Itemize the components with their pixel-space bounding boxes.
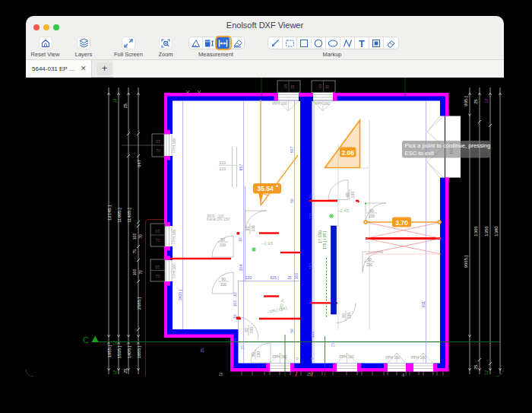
svg-text:615.]: 615.] [270, 275, 279, 280]
svg-text:25.: 25. [233, 338, 237, 343]
svg-text:304: 304 [239, 265, 243, 272]
svg-text:100: 100 [132, 269, 137, 276]
svg-text:90: 90 [221, 278, 226, 281]
svg-text:12145.]: 12145.] [107, 205, 112, 221]
svg-text:200: 200 [366, 263, 372, 267]
svg-text:10: 10 [155, 229, 160, 234]
svg-text:50: 50 [290, 329, 294, 333]
svg-text:90: 90 [252, 352, 255, 357]
svg-text:FPH 160: FPH 160 [385, 355, 401, 360]
svg-text:R: R [290, 84, 294, 90]
svg-text:70: 70 [138, 270, 143, 275]
svg-text:200: 200 [220, 283, 226, 287]
svg-text:25.: 25. [473, 364, 478, 370]
svg-text:130: 130 [245, 275, 252, 280]
svg-text:75.: 75. [132, 249, 137, 254]
svg-text:–2,95: –2,95 [261, 241, 274, 246]
svg-text:90: 90 [342, 313, 346, 318]
svg-text:200: 200 [250, 327, 254, 333]
svg-text:657: 657 [239, 164, 243, 171]
svg-text:FPH 160: FPH 160 [172, 138, 176, 153]
svg-text:Pick a point to continue, pres: Pick a point to continue, pressing [405, 142, 491, 149]
svg-text:70: 70 [155, 274, 160, 278]
svg-text:220: 220 [220, 167, 226, 171]
svg-text:90: 90 [369, 209, 374, 213]
svg-text:25.: 25. [200, 348, 204, 353]
svg-text:1356: 1356 [484, 226, 489, 237]
svg-text:200: 200 [257, 351, 261, 357]
svg-text:FPH 160: FPH 160 [411, 355, 426, 360]
svg-text:–2,45: –2,45 [337, 208, 350, 213]
svg-text:250: 250 [331, 341, 335, 348]
svg-text:200: 200 [369, 214, 375, 218]
svg-text:2685.]: 2685.] [137, 297, 141, 310]
svg-text:70: 70 [138, 234, 143, 239]
svg-text:Kanal DN 150: Kanal DN 150 [207, 218, 230, 221]
svg-text:-8: -8 [401, 373, 404, 377]
svg-text:3.70: 3.70 [395, 219, 408, 227]
svg-text:10: 10 [155, 265, 160, 269]
svg-text:200: 200 [220, 160, 226, 165]
svg-text:50: 50 [290, 199, 294, 203]
svg-text:25.: 25. [473, 98, 478, 104]
svg-text:25: 25 [287, 276, 292, 280]
svg-text:12: 12 [484, 99, 489, 103]
svg-text:70: 70 [155, 238, 160, 243]
svg-text:12: 12 [112, 370, 117, 375]
svg-text:25.: 25. [240, 345, 245, 350]
svg-text:1855.]: 1855.] [137, 345, 141, 358]
svg-text:25.: 25. [123, 367, 128, 373]
svg-text:611: 611 [421, 301, 426, 307]
svg-text:9665.]: 9665.] [464, 255, 468, 268]
svg-text:ESC to exit: ESC to exit [405, 150, 435, 157]
svg-text:FPH 160: FPH 160 [339, 354, 354, 359]
svg-text:10: 10 [238, 237, 242, 242]
svg-text:90: 90 [346, 192, 350, 197]
svg-text:1535.]: 1535.] [117, 345, 122, 358]
svg-text:175.] / 28.]: 175.] / 28.] [322, 231, 327, 249]
svg-text:10: 10 [156, 139, 160, 144]
svg-text:647: 647 [137, 159, 141, 167]
svg-text:90: 90 [245, 328, 249, 332]
svg-text:25: 25 [219, 373, 223, 376]
svg-text:12: 12 [484, 370, 489, 375]
svg-text:12: 12 [112, 98, 117, 103]
svg-text:120: 120 [310, 332, 315, 338]
svg-text:90: 90 [367, 258, 372, 262]
svg-text:200: 200 [220, 243, 226, 247]
svg-text:1306: 1306 [473, 226, 478, 237]
svg-text:FPH 160: FPH 160 [315, 101, 330, 106]
svg-text:R: R [325, 84, 329, 90]
svg-text:70: 70 [156, 148, 160, 153]
svg-text:100: 100 [132, 234, 137, 240]
svg-text:11905.]: 11905.] [117, 208, 122, 223]
svg-text:507: 507 [290, 147, 294, 154]
svg-text:100: 100 [233, 300, 237, 307]
svg-text:35.54: 35.54 [257, 185, 274, 192]
svg-text:FPH 160: FPH 160 [172, 263, 176, 278]
svg-text:1655.]: 1655.] [107, 345, 112, 357]
svg-text:S: S [283, 84, 287, 89]
svg-text:3435.]: 3435.] [178, 289, 182, 300]
svg-text:100: 100 [294, 273, 299, 280]
svg-text:12: 12 [112, 341, 117, 345]
svg-text:382: 382 [309, 263, 313, 270]
svg-text:1380: 1380 [494, 226, 499, 237]
svg-text:FPH 160: FPH 160 [272, 101, 287, 106]
svg-text:90: 90 [220, 238, 225, 242]
svg-text:200: 200 [252, 225, 255, 231]
svg-text:200: 200 [351, 192, 355, 198]
svg-text:90: 90 [246, 227, 250, 231]
svg-text:995.]: 995.] [464, 96, 468, 106]
svg-text:120: 120 [309, 213, 313, 220]
svg-text:2.06: 2.06 [342, 149, 355, 157]
svg-text:S: S [318, 84, 322, 89]
svg-text:10: 10 [309, 194, 313, 199]
svg-text:T: T [359, 39, 365, 48]
svg-text:1405.]: 1405.] [127, 345, 131, 358]
svg-text:FPH 160: FPH 160 [172, 229, 176, 244]
svg-text:C: C [83, 335, 89, 345]
svg-text:25.: 25. [123, 102, 128, 108]
svg-text:200: 200 [347, 313, 351, 319]
svg-text:25: 25 [307, 373, 312, 376]
